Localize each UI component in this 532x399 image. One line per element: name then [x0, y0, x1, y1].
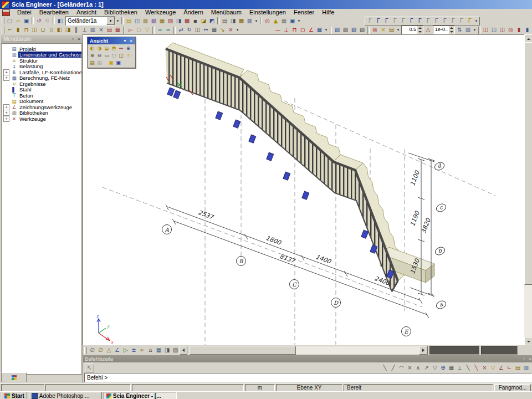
scale-spinner[interactable]: 0.5 — [401, 25, 423, 34]
cursor-step-icon[interactable]: △ — [424, 26, 432, 34]
layer-dropdown-icon[interactable]: ▼ — [396, 26, 401, 34]
loadcase-icon-11[interactable]: Γ — [449, 17, 457, 25]
snap-arc-icon[interactable]: ◠ — [397, 364, 406, 372]
tree-item-projekt[interactable]: + ▤ Projekt — [2, 46, 81, 52]
render-mode-icon[interactable]: ◨ — [163, 346, 171, 354]
tree-item-label[interactable]: Dokument — [18, 98, 44, 104]
menubaum-header[interactable]: Menübaum ▫ × — [1, 35, 83, 43]
clipping-box-icon[interactable]: ◫ — [117, 52, 125, 59]
dimension-angle-icon[interactable]: ∠ — [307, 26, 315, 34]
docked-bar-1[interactable] — [429, 346, 479, 355]
calculator-icon[interactable]: ▪ — [191, 17, 200, 25]
tree-item-label[interactable]: Zeichnungswerkzeuge — [18, 104, 73, 110]
mdi-document-icon[interactable] — [2, 9, 10, 16]
pin-icon[interactable]: ▫ — [70, 36, 76, 42]
rib-icon[interactable]: ⊔ — [39, 26, 47, 34]
stretch-icon[interactable]: ↘ — [218, 26, 227, 34]
wall-icon[interactable]: ◫ — [30, 26, 39, 34]
tree-item-linienraster[interactable]: + ▦ Linienraster und Geschosse — [2, 52, 81, 58]
column-icon[interactable]: ▮ — [14, 26, 22, 34]
snap-line-icon[interactable]: ╱ — [389, 364, 397, 372]
tree-item-label[interactable]: Lastfälle, LF-Kombinationen — [18, 69, 82, 75]
close-icon[interactable]: × — [527, 356, 532, 362]
spinner-down-icon[interactable] — [417, 30, 423, 34]
tree-item-berechnung[interactable]: + ▦ Berechnung, FE-Netz — [2, 75, 81, 81]
tree-item-ergebnisse[interactable]: + ∪ Ergebnisse — [2, 81, 81, 87]
gallery-icon[interactable]: ◪ — [200, 17, 208, 25]
snap-edge-icon[interactable]: ╲ — [472, 364, 480, 372]
move-icon[interactable]: ⇄ — [177, 26, 185, 34]
toolbar-grip[interactable] — [2, 17, 4, 24]
menu-ndern[interactable]: Ändern — [180, 9, 207, 16]
precision-spinner[interactable]: 1e-0.. — [433, 25, 455, 34]
snap-perpendicular-icon[interactable]: ∟ — [505, 364, 514, 372]
expand-icon[interactable]: + — [3, 110, 9, 116]
tree-item-belastung[interactable]: + ↧ Belastung — [2, 64, 81, 70]
toolbar-overflow-left-icon[interactable] — [180, 346, 187, 355]
snap-off-icon[interactable]: × — [480, 364, 489, 372]
copy-icon[interactable]: ◫ — [193, 26, 202, 34]
bolt-icon[interactable]: ◎ — [507, 26, 515, 34]
project-manager-icon[interactable]: ◧ — [56, 17, 64, 25]
select-lasso-icon[interactable]: ◌ — [135, 26, 143, 34]
hinge-icon[interactable]: ▥ — [89, 26, 97, 34]
dimension-circle-icon[interactable]: ○ — [299, 26, 307, 34]
layers-tool-icon[interactable]: ▲ — [272, 17, 280, 25]
user-tools-icon[interactable]: × — [379, 26, 387, 34]
connect-members-icon[interactable]: ∞ — [156, 26, 164, 34]
trim-icon[interactable]: × — [227, 26, 235, 34]
bim-toolbox-icon[interactable]: ▥ — [141, 17, 150, 25]
modify-dropdown-icon[interactable]: ▼ — [235, 26, 240, 34]
haunch-icon[interactable]: ▦ — [114, 26, 122, 34]
expand-icon[interactable]: + — [3, 116, 9, 122]
menu-bearbeiten[interactable]: Bearbeiten — [35, 9, 73, 16]
grid-settings-icon[interactable]: ▦ — [280, 17, 288, 25]
snap-angle-icon[interactable]: ∧ — [414, 364, 422, 372]
snap-intersection-icon[interactable]: × — [406, 364, 414, 372]
close-icon[interactable]: × — [76, 36, 82, 42]
model-canvas[interactable]: 2537 1800 1400 2400 8137 1100 1190 1530 … — [83, 35, 525, 345]
disconnect-members-icon[interactable]: ≈ — [164, 26, 172, 34]
grid-snap-icon[interactable]: ▦ — [447, 364, 456, 372]
steel-member-icon-2[interactable]: ▮ — [523, 26, 531, 34]
tree-item-label[interactable]: Stahl — [18, 86, 33, 93]
clipping-off-icon[interactable]: ∅ — [96, 346, 105, 354]
rotate-y-view-icon[interactable]: ◒ — [103, 45, 110, 52]
filter-icon[interactable]: ▽ — [143, 26, 151, 34]
ansicht-titlebar[interactable]: Ansicht ▼ × — [88, 37, 135, 44]
shade-icon[interactable]: ⌂ — [146, 346, 155, 354]
undo-icon[interactable]: ↺ — [35, 17, 43, 25]
image-icon[interactable]: ◩ — [208, 17, 216, 25]
cross-link-icon[interactable]: × — [97, 26, 105, 34]
snap-tangent-icon[interactable]: ▽ — [431, 364, 439, 372]
toolbar-grip[interactable] — [84, 347, 87, 354]
view-settings-icon[interactable]: ▣ — [108, 59, 115, 66]
hidden-lines-icon[interactable]: ▨ — [171, 346, 180, 354]
clipping-on-icon[interactable]: ∅ — [88, 346, 96, 354]
window-view-icon[interactable]: ◨ — [175, 17, 183, 25]
tree-item-label[interactable]: Werkzeuge — [18, 116, 47, 122]
ortho-mode-icon[interactable]: ⊥ — [456, 364, 464, 372]
output-dropdown-icon[interactable]: ▼ — [254, 17, 259, 25]
zoom-out-icon[interactable]: ⊖ — [96, 52, 103, 59]
tree-item-label[interactable]: Bibliotheken — [18, 110, 49, 116]
node-icon[interactable]: ‖ — [72, 26, 80, 34]
menu-ansicht[interactable]: Ansicht — [73, 9, 100, 16]
status-plane[interactable]: Ebene XY — [276, 384, 342, 392]
loadcase-dropdown-icon[interactable]: ▼ — [474, 17, 479, 25]
document-icon[interactable]: ▥ — [245, 17, 254, 25]
dimension-perpendicular-icon[interactable]: ⊥ — [282, 26, 290, 34]
command-list-icon[interactable]: ▥ — [522, 364, 530, 372]
dimension-box-icon[interactable]: ⊓ — [290, 26, 299, 34]
command-input[interactable]: Befehl > — [84, 373, 532, 382]
coordinate-system-icon[interactable]: ⇅ — [456, 26, 464, 34]
mirror-icon[interactable]: ↔ — [202, 26, 210, 34]
snap-midpoint-icon[interactable]: ▽ — [489, 364, 497, 372]
select-cursor-icon[interactable]: ▻ — [126, 26, 135, 34]
activity-icon[interactable]: ◎ — [263, 17, 272, 25]
print-preview-icon[interactable]: ◨ — [229, 17, 237, 25]
tree-item-label[interactable]: Belastung — [18, 63, 44, 69]
menu-fenster[interactable]: Fenster — [290, 9, 318, 16]
tree-item-struktur[interactable]: + ⌂ Struktur — [2, 58, 81, 64]
zoom-window-icon[interactable]: ▭ — [103, 52, 110, 59]
